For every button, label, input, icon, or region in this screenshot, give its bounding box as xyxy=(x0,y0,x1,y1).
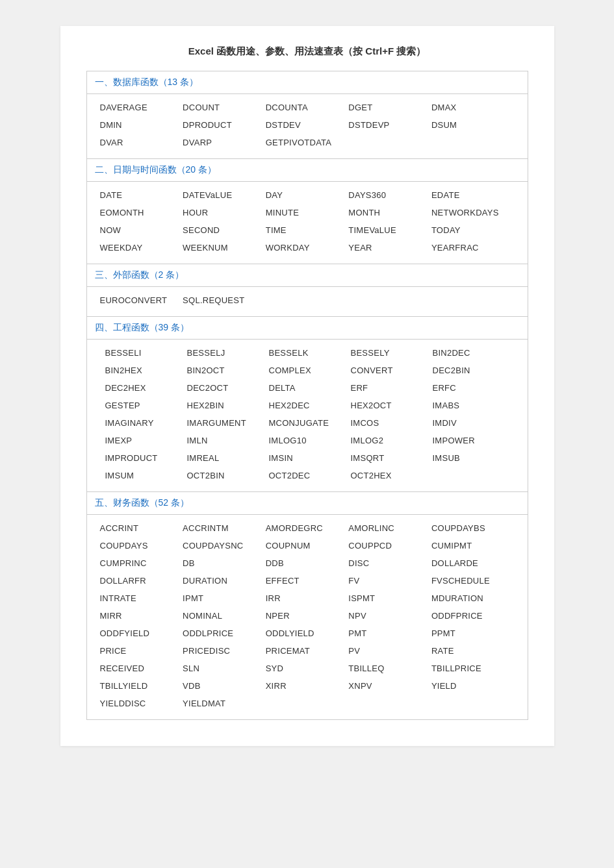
func-item[interactable]: AMORDEGRC xyxy=(266,521,349,535)
func-item[interactable]: HEX2BIN xyxy=(187,399,269,412)
func-item[interactable]: BIN2HEX xyxy=(105,364,187,377)
func-item[interactable]: MIRR xyxy=(100,609,183,623)
func-item[interactable]: IMPRODUCT xyxy=(105,451,187,465)
func-item[interactable]: HOUR xyxy=(183,206,266,219)
func-item[interactable]: EUROCONVERT xyxy=(100,293,183,307)
func-item[interactable]: WEEKNUM xyxy=(183,241,266,254)
func-item[interactable]: GESTEP xyxy=(105,399,187,412)
func-item[interactable]: NPER xyxy=(266,609,349,623)
func-item[interactable]: IMARGUMENT xyxy=(187,416,269,430)
func-item[interactable]: IMSIN xyxy=(269,451,351,465)
func-item[interactable]: DATE xyxy=(100,188,183,202)
func-item[interactable]: COUPNUM xyxy=(266,539,349,552)
func-item[interactable]: TODAY xyxy=(431,223,515,237)
func-item[interactable]: TIME xyxy=(266,223,349,237)
func-item[interactable]: SLN xyxy=(183,662,266,675)
func-item[interactable]: SYD xyxy=(266,662,349,675)
func-item[interactable]: DISC xyxy=(348,556,431,570)
func-item[interactable]: FV xyxy=(348,574,431,588)
func-item[interactable]: YIELD xyxy=(431,679,515,693)
func-item[interactable]: ODDLYIELD xyxy=(266,626,349,640)
func-item[interactable]: COUPPCD xyxy=(348,539,431,552)
func-item[interactable]: FVSCHEDULE xyxy=(431,574,515,588)
func-item[interactable]: WEEKDAY xyxy=(100,241,183,254)
func-item[interactable]: IMCOS xyxy=(351,416,433,430)
func-item[interactable]: ACCRINT xyxy=(100,521,183,535)
func-item[interactable]: DEC2OCT xyxy=(187,381,269,395)
func-item[interactable]: COUPDAYSNC xyxy=(183,539,266,552)
func-item[interactable]: IMLOG2 xyxy=(351,434,433,447)
func-item[interactable]: HEX2OCT xyxy=(351,399,433,412)
func-item[interactable]: PPMT xyxy=(431,626,515,640)
func-item[interactable]: ERF xyxy=(351,381,433,395)
func-item[interactable]: ERFC xyxy=(433,381,515,395)
func-item[interactable]: BIN2OCT xyxy=(187,364,269,377)
func-item[interactable]: YEARFRAC xyxy=(431,241,515,254)
func-item[interactable]: INTRATE xyxy=(100,591,183,605)
func-item[interactable]: OCT2HEX xyxy=(351,469,433,482)
func-item[interactable]: CUMPRINC xyxy=(100,556,183,570)
func-item[interactable]: EOMONTH xyxy=(100,206,183,219)
func-item[interactable]: IMAGINARY xyxy=(105,416,187,430)
func-item[interactable]: TBILLPRICE xyxy=(431,662,515,675)
func-item[interactable]: NOMINAL xyxy=(183,609,266,623)
func-item[interactable]: EDATE xyxy=(431,188,515,202)
func-item[interactable]: BESSELK xyxy=(269,346,351,360)
func-item[interactable]: TBILLEQ xyxy=(348,662,431,675)
func-item[interactable]: COUPDAYBS xyxy=(431,521,515,535)
func-item[interactable]: DGET xyxy=(348,101,431,114)
func-item[interactable]: ACCRINTM xyxy=(183,521,266,535)
func-item[interactable]: DOLLARFR xyxy=(100,574,183,588)
func-item[interactable]: DATEVaLUE xyxy=(183,188,266,202)
func-item[interactable]: PV xyxy=(348,644,431,658)
func-item[interactable]: DCOUNTA xyxy=(266,101,349,114)
func-item[interactable]: OCT2BIN xyxy=(187,469,269,482)
func-item[interactable]: IRR xyxy=(266,591,349,605)
func-item[interactable]: ODDFYIELD xyxy=(100,626,183,640)
func-item[interactable]: RECEIVED xyxy=(100,662,183,675)
func-item[interactable]: YIELDDISC xyxy=(100,697,183,710)
func-item[interactable]: DSTDEVP xyxy=(348,118,431,132)
func-item[interactable]: DAVERAGE xyxy=(100,101,183,114)
func-item[interactable]: NETWORKDAYS xyxy=(431,206,515,219)
func-item[interactable]: DEC2HEX xyxy=(105,381,187,395)
func-item[interactable]: AMORLINC xyxy=(348,521,431,535)
func-item[interactable]: IMABS xyxy=(433,399,515,412)
func-item[interactable]: DAY xyxy=(266,188,349,202)
func-item[interactable]: DEC2BIN xyxy=(433,364,515,377)
func-item[interactable]: IMLN xyxy=(187,434,269,447)
func-item[interactable]: PRICEMAT xyxy=(266,644,349,658)
func-item[interactable]: DAYS360 xyxy=(348,188,431,202)
func-item[interactable]: CONVERT xyxy=(351,364,433,377)
func-item[interactable]: BESSELY xyxy=(351,346,433,360)
func-item[interactable]: MCONJUGATE xyxy=(269,416,351,430)
func-item[interactable]: IMDIV xyxy=(433,416,515,430)
func-item[interactable]: DELTA xyxy=(269,381,351,395)
func-item[interactable]: MINUTE xyxy=(266,206,349,219)
func-item[interactable]: DVARP xyxy=(183,136,266,149)
func-item[interactable]: IMSUM xyxy=(105,469,187,482)
func-item[interactable]: COMPLEX xyxy=(269,364,351,377)
func-item[interactable]: YIELDMAT xyxy=(183,697,266,710)
func-item[interactable]: IMSQRT xyxy=(351,451,433,465)
func-item[interactable]: ODDFPRICE xyxy=(431,609,515,623)
func-item[interactable]: XNPV xyxy=(348,679,431,693)
func-item[interactable]: CUMIPMT xyxy=(431,539,515,552)
func-item[interactable]: DSUM xyxy=(431,118,515,132)
func-item[interactable]: DMAX xyxy=(431,101,515,114)
func-item[interactable]: ODDLPRICE xyxy=(183,626,266,640)
func-item[interactable]: SQL.REQUEST xyxy=(183,293,266,307)
func-item[interactable]: IMPOWER xyxy=(433,434,515,447)
func-item[interactable]: COUPDAYS xyxy=(100,539,183,552)
func-item[interactable]: DPRODUCT xyxy=(183,118,266,132)
func-item[interactable]: TIMEVaLUE xyxy=(348,223,431,237)
func-item[interactable]: TBILLYIELD xyxy=(100,679,183,693)
func-item[interactable]: SECOND xyxy=(183,223,266,237)
func-item[interactable]: DSTDEV xyxy=(266,118,349,132)
func-item[interactable]: MDURATION xyxy=(431,591,515,605)
func-item[interactable]: OCT2DEC xyxy=(269,469,351,482)
func-item[interactable]: HEX2DEC xyxy=(269,399,351,412)
func-item[interactable]: MONTH xyxy=(348,206,431,219)
func-item[interactable]: RATE xyxy=(431,644,515,658)
func-item[interactable]: EFFECT xyxy=(266,574,349,588)
